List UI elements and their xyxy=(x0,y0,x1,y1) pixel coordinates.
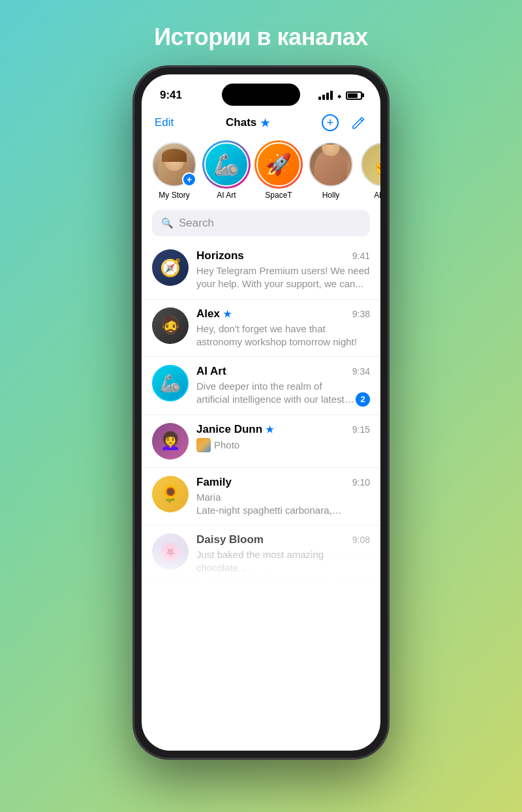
story-avatar-ai-art: 🦾 xyxy=(204,142,249,187)
battery-icon xyxy=(346,91,362,100)
chat-content-aiart: AI Art 9:34 Dive deeper into the realm o… xyxy=(196,365,370,407)
chat-preview-aiart: Dive deeper into the realm of artificial… xyxy=(196,380,356,407)
dynamic-island xyxy=(222,84,300,106)
search-bar[interactable]: 🔍 Search xyxy=(152,210,370,236)
chat-preview-horizons: Hey Telegram Premium users! We need your… xyxy=(196,264,370,291)
edit-button[interactable]: Edit xyxy=(155,116,174,129)
story-label-ai-art: AI Art xyxy=(217,191,236,200)
chat-time-janice: 9:15 xyxy=(352,424,370,435)
chats-title: Chats xyxy=(226,116,256,129)
nav-header: Edit Chats ★ + xyxy=(142,111,380,140)
story-label-holly: Holly xyxy=(322,191,340,200)
chat-name-janice: Janice Dunn ★ xyxy=(196,423,274,436)
chat-item-horizons[interactable]: 🧭 Horizons 9:41 Hey Telegram Premium use… xyxy=(142,242,380,300)
chat-time-horizons: 9:41 xyxy=(352,251,370,261)
new-channel-button[interactable]: + xyxy=(322,114,339,131)
stories-row: + My Story 🦾 AI Art 🚀 xyxy=(142,140,380,210)
chat-content-family: Family 9:10 Maria Late-night spaghetti c… xyxy=(196,476,370,518)
status-icons: ⬥ xyxy=(318,90,362,101)
compose-button[interactable] xyxy=(349,114,367,132)
story-spacet[interactable]: 🚀 SpaceT xyxy=(256,142,301,200)
chat-item-alex[interactable]: 🧔 Alex ★ 9:38 Hey, don't forget we have … xyxy=(142,300,380,358)
chat-name-aiart: AI Art xyxy=(196,365,226,378)
chat-name-daisy: Daisy Bloom xyxy=(196,533,264,546)
page-background-title: Истории в каналах xyxy=(154,23,368,51)
chat-time-daisy: 9:08 xyxy=(352,535,370,545)
wifi-icon: ⬥ xyxy=(337,90,342,101)
chat-name-family: Family xyxy=(196,476,232,489)
chat-badge-aiart: 2 xyxy=(356,392,370,407)
photo-thumbnail xyxy=(196,438,211,452)
story-avatar-my-story: + xyxy=(152,142,196,187)
chats-star-icon: ★ xyxy=(260,117,269,129)
chat-time-family: 9:10 xyxy=(352,477,370,488)
story-label-spacet: SpaceT xyxy=(265,191,292,200)
story-avatar-holly xyxy=(309,142,353,187)
chat-content-daisy: Daisy Bloom 9:08 Just baked the most ama… xyxy=(196,533,370,575)
chat-preview-alex: Hey, don't forget we have that astronomy… xyxy=(196,322,370,349)
story-holly[interactable]: Holly xyxy=(309,142,353,200)
chat-preview-janice: Photo xyxy=(196,438,370,452)
status-time: 9:41 xyxy=(160,89,182,102)
signal-icon xyxy=(318,91,333,100)
nav-actions: + xyxy=(322,114,367,132)
search-placeholder-text: Search xyxy=(179,217,214,230)
chat-avatar-aiart: 🦾 xyxy=(152,365,189,401)
chat-time-alex: 9:38 xyxy=(352,309,370,319)
story-avatar-abby: ✌️ xyxy=(361,142,380,187)
alex-star-icon: ★ xyxy=(223,309,232,319)
chat-avatar-alex: 🧔 xyxy=(152,307,189,344)
chat-sender-family: Maria xyxy=(196,492,221,503)
phone-device: 9:41 ⬥ Edit Chats ★ xyxy=(134,67,388,758)
search-icon: 🔍 xyxy=(161,217,174,229)
chat-preview-family: Maria Late-night spaghetti carbonara, an… xyxy=(196,491,370,518)
chat-avatar-family: 🌻 xyxy=(152,476,189,512)
story-label-abby: Abby xyxy=(374,191,380,200)
phone-screen: 9:41 ⬥ Edit Chats ★ xyxy=(142,74,380,751)
chat-content-alex: Alex ★ 9:38 Hey, don't forget we have th… xyxy=(196,307,370,349)
chat-item-daisy[interactable]: 🌸 Daisy Bloom 9:08 Just baked the most a… xyxy=(142,525,380,584)
chat-avatar-horizons: 🧭 xyxy=(152,249,189,286)
chat-item-family[interactable]: 🌻 Family 9:10 Maria Late-night spaghetti… xyxy=(142,468,380,526)
chat-avatar-janice: 👩‍🦱 xyxy=(152,423,189,460)
story-label-my-story: My Story xyxy=(159,191,189,200)
chat-name-horizons: Horizons xyxy=(196,249,244,262)
nav-title: Chats ★ xyxy=(226,116,269,129)
chat-avatar-daisy: 🌸 xyxy=(152,533,189,570)
chat-item-aiart[interactable]: 🦾 AI Art 9:34 Dive deeper into the realm… xyxy=(142,357,380,415)
chat-list: 🧭 Horizons 9:41 Hey Telegram Premium use… xyxy=(142,242,380,584)
chat-preview-daisy: Just baked the most amazing chocolate... xyxy=(196,548,370,575)
chat-content-janice: Janice Dunn ★ 9:15 Photo xyxy=(196,423,370,452)
janice-star-icon: ★ xyxy=(266,424,274,435)
story-ai-art[interactable]: 🦾 AI Art xyxy=(204,142,249,200)
story-avatar-spacet: 🚀 xyxy=(256,142,301,187)
chat-content-horizons: Horizons 9:41 Hey Telegram Premium users… xyxy=(196,249,370,291)
chat-item-janice[interactable]: 👩‍🦱 Janice Dunn ★ 9:15 Photo xyxy=(142,415,380,468)
add-story-badge[interactable]: + xyxy=(182,172,196,187)
chat-name-alex: Alex ★ xyxy=(196,307,232,320)
story-abby[interactable]: ✌️ Abby xyxy=(361,142,380,200)
story-my-story[interactable]: + My Story xyxy=(152,142,196,200)
chat-time-aiart: 9:34 xyxy=(352,366,370,377)
